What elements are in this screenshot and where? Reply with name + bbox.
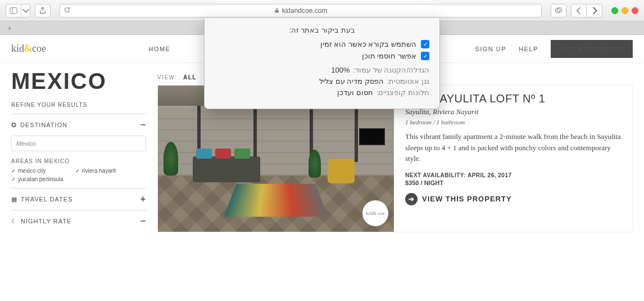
destination-input[interactable]	[11, 136, 146, 151]
area-item[interactable]: ✓riviera nayarit	[75, 168, 131, 174]
view-property-label: VIEW THIS PROPERTY	[422, 195, 512, 203]
svg-rect-3	[556, 8, 560, 12]
url-bar[interactable]: kidandcoe.com	[60, 4, 542, 17]
autoplay-row[interactable]: נגן אוטומטית: הפסק מדיה עם צליל	[215, 77, 429, 86]
filter-label: TRAVEL DATES	[21, 196, 72, 203]
minimize-button[interactable]	[622, 7, 628, 14]
collapse-icon: −	[140, 120, 146, 130]
tabs-button[interactable]	[551, 4, 566, 17]
globe-icon: ✪	[11, 122, 17, 129]
row-key: נגן אוטומטית:	[387, 77, 429, 86]
checkbox-checked-icon: ✓	[421, 40, 429, 48]
areas-list: ✓mexico city ✓riviera nayarit ✓yucatan p…	[11, 168, 146, 182]
content-blockers-checkbox-row[interactable]: ✓ אפשר חוסמי תוכן	[215, 52, 429, 60]
reload-icon[interactable]	[64, 6, 71, 16]
nav-home[interactable]: HOME	[148, 46, 170, 52]
row-value: 100%	[331, 66, 350, 74]
view-all[interactable]: ALL	[183, 74, 197, 80]
forward-button[interactable]	[587, 4, 602, 17]
listing-description: This vibrant family apartment a 2-minute…	[405, 131, 623, 164]
view-property-link[interactable]: ➔ VIEW THIS PROPERTY	[405, 193, 623, 205]
filter-destination-header[interactable]: ✪ DESTINATION −	[11, 120, 146, 130]
area-item[interactable]: ✓yucatan peninsula	[11, 176, 67, 182]
view-label: VIEW:	[157, 74, 178, 80]
listing-availability: NEXT AVAILABILITY: APRIL 26, 2017	[405, 172, 623, 178]
zoom-row[interactable]: הגדלה/הקטנה של עמוד: 100%	[215, 66, 429, 74]
calendar-icon: ▦	[11, 196, 17, 203]
popups-row[interactable]: חלונות קופצניים: חסום ועדכן	[215, 88, 429, 97]
filter-travel-dates: ▦ TRAVEL DATES +	[11, 188, 146, 210]
filter-nightly-rate: ☾ NIGHTLY RATE −	[11, 210, 146, 232]
svg-rect-0	[10, 7, 17, 14]
sidebar-group	[6, 4, 30, 17]
window-controls	[611, 7, 638, 14]
brand-badge: kid& coe	[362, 200, 388, 226]
row-value: הפסק מדיה עם צליל	[319, 77, 384, 86]
sidebar-dropdown-button[interactable]	[21, 4, 30, 17]
check-icon: ✓	[75, 168, 80, 174]
reader-checkbox-row[interactable]: ✓ השתמש בקורא כאשר הוא זמין	[215, 40, 429, 48]
filter-label: NIGHTLY RATE	[21, 218, 71, 224]
checkbox-checked-icon: ✓	[421, 52, 429, 60]
filter-destination: ✪ DESTINATION − AREAS IN MEXICO ✓mexico …	[11, 114, 146, 188]
back-button[interactable]	[571, 4, 587, 17]
nav-buttons	[571, 4, 602, 17]
check-icon: ✓	[11, 168, 16, 174]
site-logo[interactable]: kid&coe	[11, 43, 46, 55]
filter-dates-header[interactable]: ▦ TRAVEL DATES +	[11, 194, 146, 204]
listing-location: Sayulita, Riviera Nayarit	[405, 107, 623, 116]
row-key: הגדלה/הקטנה של עמוד:	[353, 66, 429, 74]
checkbox-label: אפשר חוסמי תוכן	[362, 52, 416, 60]
nav-help[interactable]: HELP	[519, 46, 538, 52]
checkbox-label: השתמש בקורא כאשר הוא זמין	[320, 40, 416, 48]
zoom-button[interactable]	[611, 7, 618, 14]
refine-label: REFINE YOUR RESULTS	[11, 102, 146, 108]
popover-title: בעת ביקור באתר זה:	[215, 26, 429, 34]
filter-label: DESTINATION	[20, 122, 67, 128]
url-text: kidandcoe.com	[282, 7, 328, 15]
collapse-icon: −	[140, 216, 146, 226]
filters-sidebar: MEXICO REFINE YOUR RESULTS ✪ DESTINATION…	[11, 63, 146, 232]
listing-price: $350 / NIGHT	[405, 179, 623, 186]
svg-rect-2	[275, 10, 278, 13]
list-property-button[interactable]: LIST A PROPERTY	[551, 40, 633, 58]
filter-rate-header[interactable]: ☾ NIGHTLY RATE −	[11, 216, 146, 226]
check-icon: ✓	[11, 176, 16, 182]
arrow-right-icon: ➔	[405, 193, 418, 205]
areas-label: AREAS IN MEXICO	[11, 158, 146, 164]
listing-meta: 1 bedroom / 1 bathroom	[405, 119, 623, 125]
close-button[interactable]	[632, 7, 638, 14]
new-tab-button[interactable]: +	[3, 23, 16, 33]
share-button[interactable]	[35, 4, 51, 17]
row-key: חלונות קופצניים:	[377, 88, 429, 97]
expand-icon: +	[140, 194, 146, 204]
lock-icon	[274, 7, 280, 14]
svg-rect-4	[557, 7, 561, 11]
sidebar-toggle-button[interactable]	[6, 4, 21, 17]
page-title: MEXICO	[11, 69, 146, 94]
row-value: חסום ועדכן	[337, 88, 373, 97]
area-item[interactable]: ✓mexico city	[11, 168, 67, 174]
nav-signup[interactable]: SIGN UP	[475, 46, 506, 52]
url-host: kidandcoe.com	[274, 7, 328, 15]
moon-icon: ☾	[11, 218, 17, 225]
listing-info: THE SAYULITA LOFT Nº 1 Sayulita, Riviera…	[405, 86, 632, 232]
site-settings-popover: בעת ביקור באתר זה: ✓ השתמש בקורא כאשר הו…	[204, 18, 440, 109]
